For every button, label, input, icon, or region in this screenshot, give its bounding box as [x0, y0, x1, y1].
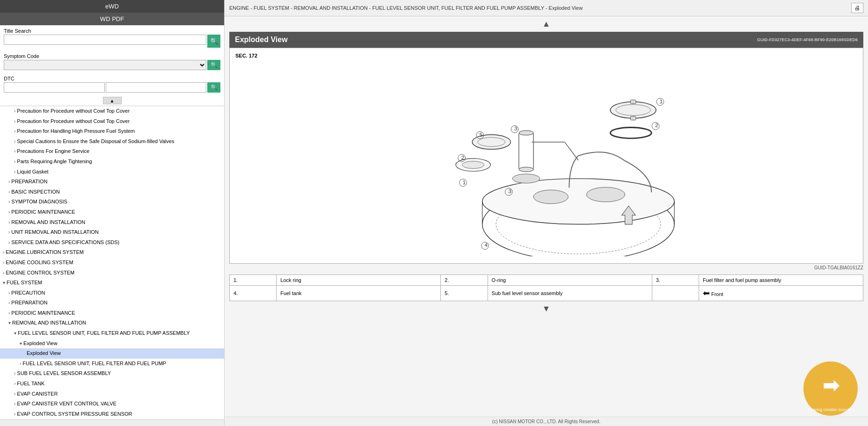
exploded-view-title: Exploded View: [235, 36, 288, 44]
part-name-0-3: Fuel filter and fuel pump assembly: [699, 275, 863, 286]
tree-item[interactable]: ›EVAP CANISTER VENT CONTROL VALVE: [0, 399, 224, 409]
guid-bottom-label: GUID-TGALBIA0161ZZ: [229, 264, 863, 272]
svg-point-6: [587, 187, 625, 202]
search-icon-3: 🔍: [211, 84, 218, 91]
print-button[interactable]: 🖨: [851, 3, 863, 13]
title-search-input[interactable]: [4, 35, 206, 45]
svg-point-10: [519, 130, 533, 135]
tree-item[interactable]: ›PERIODIC MAINTENANCE: [0, 207, 224, 217]
section-label: SEC. 172: [235, 53, 257, 58]
tree-item[interactable]: ▾Exploded View: [0, 339, 224, 349]
horizontal-scrollbar[interactable]: [0, 419, 224, 426]
footer-text: (c) NISSAN MOTOR CO., LTD. All Rights Re…: [492, 419, 600, 424]
tree-item[interactable]: ›PREPARATION: [0, 177, 224, 187]
tree-item[interactable]: ›UNIT REMOVAL AND INSTALLATION: [0, 227, 224, 238]
tree-item[interactable]: ›Precaution for Handling High Pressure F…: [0, 126, 224, 137]
svg-point-11: [519, 167, 533, 172]
part-num-0-3: 3.: [652, 275, 699, 286]
symptom-code-section: Symptom Code 🔍: [0, 51, 224, 73]
tree-item[interactable]: ›SERVICE DATA AND SPECIFICATIONS (SDS): [0, 238, 224, 248]
tree-item[interactable]: ›Precaution for Procedure without Cowl T…: [0, 106, 224, 116]
tree-container: ›Precaution for Procedure without Cowl T…: [0, 106, 224, 419]
tree-item[interactable]: ›ENGINE LUBRICATION SYSTEM: [0, 247, 224, 258]
title-search-label: Title Search: [4, 28, 220, 34]
symptom-code-select[interactable]: [4, 60, 206, 70]
dtc-input-1[interactable]: [4, 82, 105, 93]
part-name-0-1: Lock ring: [277, 275, 441, 286]
tree-item[interactable]: ▾FUEL LEVEL SENSOR UNIT, FUEL FILTER AND…: [0, 328, 224, 339]
title-search-button[interactable]: 🔍: [207, 35, 220, 48]
exploded-view-header: Exploded View GUID-FD327EC3-4DEF-4F68-BF…: [229, 32, 863, 48]
part-num-0-1: 1.: [230, 275, 277, 286]
print-icon: 🖨: [854, 5, 860, 11]
tree-item[interactable]: ›Special Cautions to Ensure the Safe Dis…: [0, 137, 224, 147]
content-area[interactable]: ▲ Exploded View GUID-FD327EC3-4DEF-4F68-…: [225, 16, 868, 417]
tree-item[interactable]: ›PREPARATION: [0, 298, 224, 308]
top-bar: ENGINE - FUEL SYSTEM - REMOVAL AND INSTA…: [225, 0, 868, 16]
tree-item[interactable]: ›Parts Requiring Angle Tightening: [0, 157, 224, 167]
symptom-search-button[interactable]: 🔍: [207, 60, 220, 70]
diagram-image-area: 4 3: [234, 53, 858, 259]
parts-table: 1. Lock ring 2. O-ring 3. Fuel filter an…: [229, 274, 863, 301]
ewd-button[interactable]: eWD: [0, 0, 224, 13]
tree-item[interactable]: ›Liquid Gasket: [0, 167, 224, 177]
nav-down-button[interactable]: ▼: [229, 301, 863, 317]
svg-rect-9: [519, 133, 533, 169]
title-search-section: Title Search 🔍: [0, 25, 224, 51]
exploded-view-guid-top: GUID-FD327EC3-4DEF-4F68-BF90-E20B169SDED…: [757, 37, 858, 42]
tree-item[interactable]: ▾FUEL SYSTEM: [0, 278, 224, 288]
exploded-view-svg: 4 3: [395, 55, 697, 256]
tree-item[interactable]: ▾REMOVAL AND INSTALLATION: [0, 318, 224, 328]
dtc-section: DTC 🔍: [0, 73, 224, 95]
svg-point-12: [512, 174, 540, 183]
dtc-input-2[interactable]: [106, 82, 207, 93]
svg-rect-20: [630, 116, 636, 120]
svg-point-26: [472, 135, 511, 149]
svg-point-17: [610, 102, 656, 118]
direction-arrow-icon: ⬅: [703, 289, 710, 298]
tree-item[interactable]: ›EVAP CANISTER: [0, 389, 224, 399]
part-num-0-2: 2.: [441, 275, 488, 286]
svg-rect-19: [630, 100, 636, 104]
breadcrumb: ENGINE - FUEL SYSTEM - REMOVAL AND INSTA…: [229, 5, 583, 11]
svg-point-4: [482, 179, 674, 224]
part-num-1-2: 5.: [441, 286, 488, 301]
tree-item[interactable]: ›Precautions For Engine Service: [0, 146, 224, 157]
symptom-code-label: Symptom Code: [4, 53, 220, 59]
tree-item[interactable]: ›ENGINE CONTROL SYSTEM: [0, 268, 224, 278]
tree-item[interactable]: Exploded View: [0, 348, 224, 359]
tree-item[interactable]: ›ENGINE COOLING SYSTEM: [0, 258, 224, 268]
svg-point-23: [610, 127, 651, 138]
svg-point-5: [533, 190, 568, 203]
footer-bar: (c) NISSAN MOTOR CO., LTD. All Rights Re…: [225, 417, 868, 426]
part-num-1-3: [652, 286, 699, 301]
diagram-box: SEC. 172 4: [229, 48, 863, 264]
tree-item[interactable]: ›SUB FUEL LEVEL SENSOR ASSEMBLY: [0, 368, 224, 379]
part-num-1-1: 4.: [230, 286, 277, 301]
tree-item[interactable]: ›EVAP CONTROL SYSTEM PRESSURE SENSOR: [0, 409, 224, 419]
tree-item[interactable]: ›FUEL LEVEL SENSOR UNIT, FUEL FILTER AND…: [0, 359, 224, 369]
dtc-label: DTC: [4, 76, 220, 81]
collapse-button[interactable]: ▲: [103, 97, 122, 104]
wdpdf-button[interactable]: WD PDF: [0, 13, 224, 25]
tree-item[interactable]: ›BASIC INSPECTION: [0, 187, 224, 197]
tree-item[interactable]: ›FUEL TANK: [0, 379, 224, 389]
right-panel: ENGINE - FUEL SYSTEM - REMOVAL AND INSTA…: [225, 0, 868, 426]
tree-item[interactable]: ›PERIODIC MAINTENANCE: [0, 308, 224, 318]
search-icon-2: 🔍: [211, 62, 218, 68]
part-name-0-2: O-ring: [488, 275, 652, 286]
nav-up-button[interactable]: ▲: [229, 16, 863, 32]
tree-item[interactable]: ›Precaution for Procedure without Cowl T…: [0, 116, 224, 127]
part-name-1-2: Sub fuel level sensor assembly: [488, 286, 652, 301]
svg-point-31: [462, 161, 484, 169]
search-icon: 🔍: [210, 37, 218, 45]
tree-item[interactable]: ›REMOVAL AND INSTALLATION: [0, 217, 224, 228]
tree-item[interactable]: ›PRECAUTION: [0, 288, 224, 298]
left-panel: eWD WD PDF Title Search 🔍 Symptom Code 🔍…: [0, 0, 225, 426]
part-name-1-1: Fuel tank: [277, 286, 441, 301]
dtc-search-button[interactable]: 🔍: [207, 82, 220, 93]
collapse-row: ▲: [0, 95, 224, 106]
part-name-1-3: ⬅ Front: [699, 286, 863, 301]
tree-item[interactable]: ›SYMPTOM DIAGNOSIS: [0, 197, 224, 207]
